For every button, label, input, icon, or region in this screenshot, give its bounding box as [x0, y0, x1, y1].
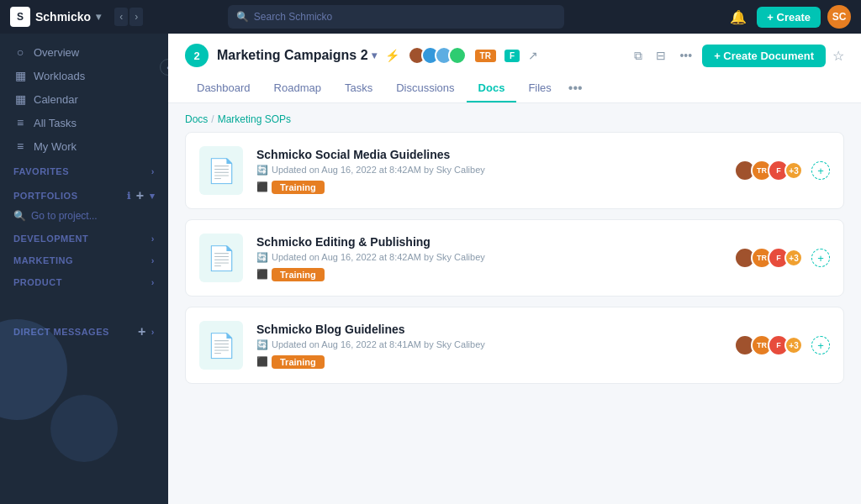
- portfolios-add[interactable]: +: [136, 188, 145, 203]
- doc-tag-row-1: ⬛ Training: [256, 181, 721, 194]
- search-project-icon: 🔍: [13, 210, 26, 222]
- development-label: DEVELOPMENT: [13, 234, 88, 244]
- copy-icon[interactable]: ⧉: [631, 45, 646, 66]
- breadcrumb: Docs / Marketing SOPs: [168, 103, 861, 132]
- nav-back[interactable]: ‹: [114, 8, 128, 26]
- project-header: 2 Marketing Campaigns 2 ▾ ⚡ TR F ↗ ⧉ ⊟: [168, 34, 861, 103]
- create-button[interactable]: + Create: [757, 7, 821, 28]
- doc-title-2: Schmicko Editing & Publishing: [256, 235, 721, 249]
- doc-item-1[interactable]: 📄 Schmicko Social Media Guidelines 🔄 Upd…: [185, 132, 844, 209]
- doc-item-2[interactable]: 📄 Schmicko Editing & Publishing 🔄 Update…: [185, 219, 844, 297]
- user-avatar[interactable]: SC: [827, 5, 851, 29]
- add-member-3[interactable]: +: [811, 336, 830, 354]
- sidebar-item-calendar[interactable]: ▦ Calendar: [0, 87, 168, 111]
- doc-info-3: Schmicko Blog Guidelines 🔄 Updated on Au…: [256, 323, 721, 369]
- brand-chevron: ▾: [96, 11, 101, 23]
- nav-arrows: ‹ ›: [114, 8, 143, 26]
- badge-tr: TR: [475, 50, 496, 62]
- doc-icon-box-3: 📄: [199, 321, 243, 370]
- sidebar-label-workloads: Workloads: [34, 70, 85, 82]
- sidebar-section-favorites[interactable]: FAVORITES ›: [0, 158, 168, 180]
- all-tasks-icon: ≡: [13, 116, 27, 129]
- product-expand: ›: [151, 277, 155, 287]
- search-input[interactable]: [254, 11, 556, 23]
- tab-discussions[interactable]: Discussions: [384, 75, 466, 102]
- project-search[interactable]: 🔍 Go to project...: [0, 207, 168, 225]
- dm-actions: + ›: [138, 324, 155, 339]
- tab-roadmap[interactable]: Roadmap: [262, 75, 333, 102]
- doc-tag-2: Training: [272, 268, 325, 281]
- refresh-icon-3: 🔄: [256, 339, 268, 350]
- doc-info-2: Schmicko Editing & Publishing 🔄 Updated …: [256, 235, 721, 281]
- logo-area[interactable]: S Schmicko ▾: [10, 7, 101, 27]
- my-work-icon: ≡: [13, 139, 27, 153]
- sidebar-label-all-tasks: All Tasks: [34, 117, 77, 129]
- search-bar[interactable]: 🔍: [228, 5, 564, 29]
- workloads-icon: ▦: [13, 69, 27, 82]
- sidebar-item-my-work[interactable]: ≡ My Work: [0, 134, 168, 158]
- sidebar-section-marketing[interactable]: MARKETING ›: [0, 247, 168, 269]
- refresh-icon-2: 🔄: [256, 252, 268, 263]
- product-label: PRODUCT: [13, 277, 62, 287]
- doc-plus-count-2: +3: [784, 249, 803, 267]
- bell-icon: 🔔: [730, 9, 747, 25]
- create-document-button[interactable]: + Create Document: [702, 45, 826, 67]
- calendar-icon: ▦: [13, 92, 27, 106]
- sidebar-item-workloads[interactable]: ▦ Workloads: [0, 64, 168, 87]
- badge-f: F: [504, 50, 520, 62]
- tab-more[interactable]: •••: [563, 74, 588, 102]
- search-icon: 🔍: [236, 11, 249, 23]
- tab-dashboard[interactable]: Dashboard: [185, 75, 262, 102]
- more-icon[interactable]: •••: [676, 45, 695, 66]
- header-right: 🔔 + Create SC: [726, 5, 851, 29]
- doc-item-3[interactable]: 📄 Schmicko Blog Guidelines 🔄 Updated on …: [185, 307, 844, 384]
- project-name-title[interactable]: Marketing Campaigns 2 ▾: [217, 48, 377, 63]
- doc-tag-1: Training: [272, 181, 325, 194]
- tag-icon-3: ⬛: [256, 356, 268, 367]
- tag-icon-1: ⬛: [256, 181, 268, 192]
- tab-docs[interactable]: Docs: [467, 75, 517, 102]
- doc-file-icon-3: 📄: [207, 332, 236, 360]
- doc-title-3: Schmicko Blog Guidelines: [256, 323, 721, 336]
- doc-meta-1: 🔄 Updated on Aug 16, 2022 at 8:42AM by S…: [256, 165, 721, 176]
- add-member-2[interactable]: +: [811, 249, 830, 267]
- doc-avatars-3: TR F +3: [734, 334, 803, 356]
- breadcrumb-current[interactable]: Marketing SOPs: [218, 113, 291, 125]
- nav-forward[interactable]: ›: [129, 8, 143, 26]
- notification-bell[interactable]: 🔔: [726, 5, 750, 29]
- tab-tasks[interactable]: Tasks: [333, 75, 384, 102]
- doc-tag-3: Training: [272, 355, 325, 369]
- doc-title-1: Schmicko Social Media Guidelines: [256, 148, 721, 161]
- sidebar-item-all-tasks[interactable]: ≡ All Tasks: [0, 111, 168, 134]
- portfolios-label: PORTFOLIOS: [13, 191, 78, 201]
- star-icon[interactable]: ☆: [832, 48, 844, 64]
- add-member-1[interactable]: +: [811, 161, 830, 180]
- doc-tag-row-2: ⬛ Training: [256, 268, 721, 281]
- dm-expand: ›: [151, 327, 155, 337]
- portfolios-info: ℹ: [127, 191, 131, 202]
- sidebar-section-development[interactable]: DEVELOPMENT ›: [0, 225, 168, 247]
- share-icon[interactable]: ↗: [528, 49, 538, 62]
- tab-files[interactable]: Files: [516, 75, 563, 102]
- main-body: ‹ ○ Overview ▦ Workloads ▦ Calendar ≡ Al…: [0, 34, 861, 504]
- sidebar-label-calendar: Calendar: [34, 93, 78, 106]
- portfolios-actions: ℹ + ▾: [127, 188, 155, 203]
- dm-add[interactable]: +: [138, 324, 146, 339]
- tabs-row: Dashboard Roadmap Tasks Discussions Docs…: [185, 74, 844, 102]
- breadcrumb-root[interactable]: Docs: [185, 113, 208, 125]
- sidebar-item-overview[interactable]: ○ Overview: [0, 40, 168, 64]
- doc-list: 📄 Schmicko Social Media Guidelines 🔄 Upd…: [168, 132, 861, 504]
- doc-right-1: TR F +3 +: [734, 160, 830, 181]
- favorites-expand: ›: [151, 166, 155, 176]
- portfolios-expand: ▾: [150, 191, 156, 202]
- breadcrumb-separator: /: [211, 113, 214, 125]
- project-number: 2: [185, 44, 209, 67]
- sidebar-section-product[interactable]: PRODUCT ›: [0, 269, 168, 291]
- sidebar-section-portfolios[interactable]: PORTFOLIOS ℹ + ▾: [0, 180, 168, 207]
- favorites-label: FAVORITES: [13, 166, 69, 176]
- filter-icon[interactable]: ⊟: [652, 45, 669, 66]
- logo-icon: S: [10, 7, 30, 27]
- doc-plus-count-3: +3: [784, 336, 803, 354]
- top-header: S Schmicko ▾ ‹ › 🔍 🔔 + Create SC: [0, 0, 861, 34]
- doc-avatars-2: TR F +3: [734, 247, 803, 269]
